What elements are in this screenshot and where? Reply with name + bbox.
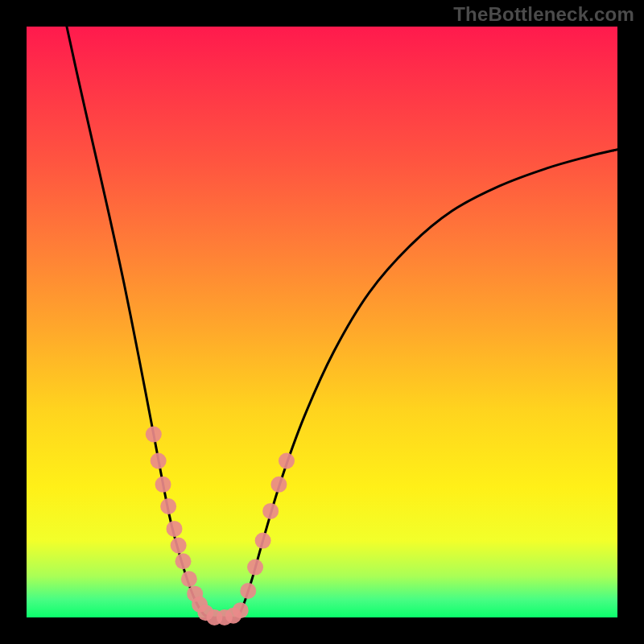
data-point <box>270 477 287 493</box>
data-point <box>151 452 167 469</box>
data-point <box>155 477 171 493</box>
chart-frame: TheBottleneck.com <box>0 0 644 644</box>
curve-layer <box>67 27 617 618</box>
plot-outer <box>27 27 617 617</box>
chart-svg <box>27 27 617 617</box>
data-point <box>240 583 256 599</box>
data-point <box>167 521 183 537</box>
data-point <box>160 498 176 514</box>
data-point <box>255 533 271 549</box>
data-point <box>233 602 249 618</box>
data-point <box>247 559 263 576</box>
watermark-text: TheBottleneck.com <box>453 3 634 26</box>
data-point <box>171 537 187 553</box>
data-point <box>181 571 197 587</box>
data-point <box>279 452 295 469</box>
marker-layer <box>146 426 295 625</box>
bottleneck-curve <box>67 27 617 618</box>
data-point <box>146 426 162 442</box>
data-point <box>175 553 192 569</box>
data-point <box>262 503 279 519</box>
